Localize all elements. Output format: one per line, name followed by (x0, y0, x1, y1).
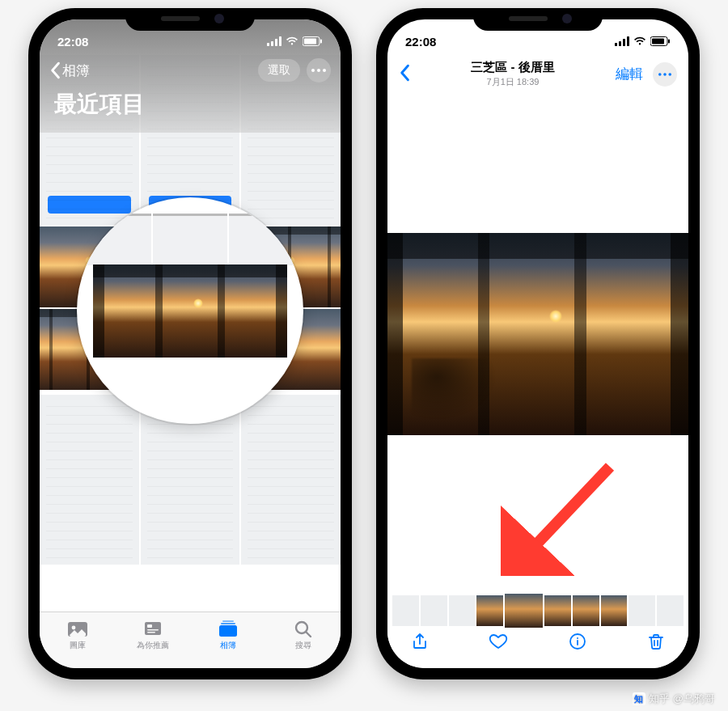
delete-button[interactable] (646, 632, 666, 654)
tab-bar: 圖庫 為你推薦 相簿 搜尋 (40, 612, 341, 668)
tab-albums[interactable]: 相簿 (190, 612, 265, 668)
svg-line-31 (523, 467, 610, 558)
filmstrip-thumb[interactable] (573, 595, 599, 626)
screen-right: 22:08 三芝區 - 後厝里 7月1日 18:39 編輯 (387, 19, 688, 668)
svg-point-30 (668, 73, 671, 76)
phone-frame-left: 22:08 (28, 8, 352, 679)
photo-location: 三芝區 - 後厝里 (471, 60, 554, 75)
svg-rect-22 (619, 41, 621, 46)
status-time: 22:08 (405, 35, 436, 49)
svg-line-20 (306, 632, 311, 637)
pinch-zoom-preview (77, 197, 303, 424)
search-icon (292, 619, 315, 638)
filmstrip-thumb[interactable] (544, 595, 571, 626)
chevron-left-icon (399, 64, 410, 82)
svg-rect-3 (279, 36, 281, 46)
tab-label: 相簿 (220, 640, 236, 651)
svg-rect-23 (623, 39, 625, 46)
share-button[interactable] (410, 632, 430, 654)
photo-datetime: 7月1日 18:39 (471, 76, 554, 88)
photo-toolbar (387, 628, 688, 668)
trash-icon (646, 632, 666, 651)
filmstrip-thumb[interactable] (449, 595, 476, 626)
for-you-icon (142, 619, 164, 638)
photo-main[interactable] (387, 233, 688, 435)
zoomed-photo (93, 265, 287, 358)
svg-rect-6 (304, 39, 316, 44)
svg-point-7 (311, 69, 315, 72)
more-button[interactable] (653, 62, 677, 87)
ellipsis-icon (658, 73, 671, 76)
select-button[interactable]: 選取 (258, 59, 300, 82)
back-label: 相簿 (62, 61, 90, 80)
watermark: 知 知乎 @乌鸦哥 (633, 692, 715, 706)
svg-rect-2 (275, 39, 277, 46)
zhihu-logo-icon: 知 (633, 692, 645, 705)
page-title: 最近項目 (40, 86, 341, 123)
svg-rect-27 (652, 39, 664, 44)
filmstrip[interactable] (387, 594, 688, 628)
filmstrip-thumb[interactable] (629, 595, 655, 626)
albums-icon (217, 619, 239, 638)
svg-rect-13 (147, 624, 152, 628)
photo-thumb[interactable] (40, 395, 139, 565)
filmstrip-thumb-selected[interactable] (505, 594, 543, 628)
svg-point-34 (577, 637, 578, 639)
watermark-site: 知乎 (649, 692, 670, 706)
tab-label: 搜尋 (295, 640, 311, 651)
svg-rect-21 (615, 43, 617, 46)
filmstrip-thumb[interactable] (421, 595, 447, 626)
filmstrip-thumb[interactable] (601, 595, 628, 626)
battery-icon (650, 36, 671, 46)
favorite-button[interactable] (489, 632, 508, 654)
filmstrip-thumb[interactable] (476, 595, 503, 626)
annotation-arrow (501, 455, 622, 579)
svg-rect-15 (147, 632, 155, 633)
photo-thumb[interactable] (241, 395, 341, 565)
svg-rect-5 (320, 40, 322, 44)
svg-rect-0 (267, 43, 269, 46)
signal-icon (267, 36, 281, 46)
wifi-icon (286, 36, 298, 46)
detail-nav: 三芝區 - 後厝里 7月1日 18:39 編輯 (387, 55, 688, 91)
filmstrip-thumb[interactable] (392, 595, 419, 626)
tab-library[interactable]: 圖庫 (40, 612, 115, 668)
svg-rect-1 (271, 41, 273, 46)
svg-point-28 (658, 73, 662, 76)
notch (473, 8, 603, 31)
wifi-icon (633, 36, 646, 46)
info-button[interactable] (568, 632, 587, 654)
arrow-icon (501, 455, 622, 576)
phone-frame-right: 22:08 三芝區 - 後厝里 7月1日 18:39 編輯 (376, 8, 700, 679)
tab-search[interactable]: 搜尋 (265, 612, 341, 668)
watermark-author: @乌鸦哥 (673, 692, 715, 706)
share-icon (410, 632, 430, 651)
back-button[interactable] (399, 64, 410, 85)
tab-for-you[interactable]: 為你推薦 (115, 612, 190, 668)
photo-viewer[interactable] (387, 91, 688, 668)
status-indicators (615, 36, 671, 46)
svg-rect-18 (219, 625, 237, 637)
battery-icon (303, 36, 323, 46)
svg-point-9 (323, 69, 326, 72)
filmstrip-thumb[interactable] (657, 595, 684, 626)
ellipsis-icon (311, 69, 326, 72)
more-button[interactable] (307, 58, 331, 83)
back-button[interactable]: 相簿 (49, 61, 90, 80)
info-icon (568, 632, 587, 651)
svg-rect-14 (147, 629, 159, 631)
heart-icon (489, 632, 508, 651)
status-time: 22:08 (57, 35, 88, 49)
status-indicators (267, 36, 323, 46)
screen-left: 22:08 (40, 19, 341, 668)
svg-point-11 (71, 626, 75, 630)
svg-point-8 (317, 69, 320, 72)
notch (125, 8, 255, 31)
tab-label: 圖庫 (70, 640, 86, 651)
svg-point-29 (663, 73, 667, 76)
tab-label: 為你推薦 (137, 640, 169, 651)
svg-rect-16 (222, 620, 234, 622)
chevron-left-icon (49, 61, 61, 79)
edit-button[interactable]: 編輯 (616, 65, 643, 83)
svg-rect-17 (221, 623, 235, 624)
